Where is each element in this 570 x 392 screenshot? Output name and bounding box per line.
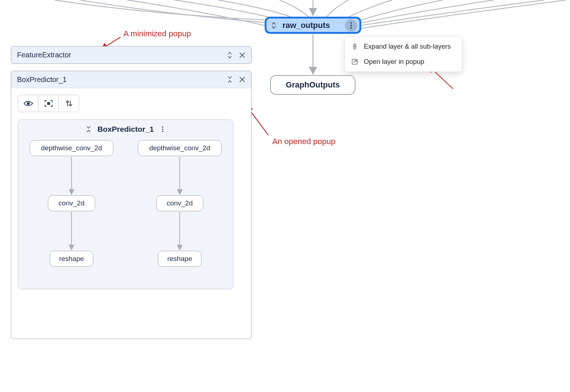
op-column: depthwise_conv_2d conv_2d reshape <box>134 140 225 282</box>
open-popup-icon <box>351 58 359 66</box>
svg-point-8 <box>162 131 163 132</box>
svg-point-4 <box>27 102 29 105</box>
op-label: depthwise_conv_2d <box>41 144 102 152</box>
menu-item-expand-all[interactable]: Expand layer & all sub-layers <box>345 39 462 54</box>
op-node[interactable]: depthwise_conv_2d <box>30 140 113 156</box>
popup-opened: BoxPredictor_1 <box>11 71 252 339</box>
menu-item-open-popup[interactable]: Open layer in popup <box>345 54 462 69</box>
close-icon[interactable] <box>237 50 247 60</box>
op-node[interactable]: conv_2d <box>48 195 95 211</box>
popup-body: BoxPredictor_1 depthwise_conv_2d conv_2d… <box>11 88 251 339</box>
svg-point-0 <box>350 22 352 23</box>
svg-point-7 <box>162 128 163 130</box>
popup-toolbar <box>18 95 79 112</box>
node-graph-outputs[interactable]: GraphOutputs <box>270 75 355 95</box>
svg-point-2 <box>350 27 352 28</box>
node-raw-outputs[interactable]: raw_outputs <box>265 17 361 34</box>
more-icon[interactable] <box>159 126 166 132</box>
popup-title: BoxPredictor_1 <box>17 75 222 84</box>
svg-rect-5 <box>47 102 50 105</box>
node-label: raw_outputs <box>282 21 345 30</box>
op-node[interactable]: reshape <box>158 251 201 267</box>
op-node[interactable]: depthwise_conv_2d <box>138 140 221 156</box>
collapse-icon[interactable] <box>85 126 92 132</box>
node-label: GraphOutputs <box>286 80 340 90</box>
annotation-minimized-popup: A minimized popup <box>123 29 191 38</box>
svg-point-6 <box>162 126 163 128</box>
op-label: reshape <box>167 255 192 263</box>
op-node[interactable]: conv_2d <box>156 195 203 211</box>
popup-header[interactable]: BoxPredictor_1 <box>11 71 251 88</box>
op-label: conv_2d <box>167 199 193 207</box>
inner-layer-panel[interactable]: BoxPredictor_1 depthwise_conv_2d conv_2d… <box>18 119 233 289</box>
op-label: depthwise_conv_2d <box>149 144 210 152</box>
menu-item-label: Open layer in popup <box>364 58 424 66</box>
annotation-opened-popup: An opened popup <box>272 137 335 146</box>
inner-layer-header: BoxPredictor_1 <box>25 125 227 134</box>
svg-point-1 <box>350 24 352 26</box>
op-label: conv_2d <box>58 199 85 207</box>
expand-collapse-icon[interactable] <box>270 21 277 30</box>
node-context-menu: Expand layer & all sub-layers Open layer… <box>345 36 462 72</box>
op-column: depthwise_conv_2d conv_2d reshape <box>26 140 117 282</box>
op-label: reshape <box>59 255 84 263</box>
collapse-icon[interactable] <box>225 75 235 84</box>
menu-item-label: Expand layer & all sub-layers <box>364 42 451 50</box>
popup-title: FeatureExtractor <box>17 51 222 59</box>
expand-all-icon <box>351 42 359 50</box>
popup-minimized[interactable]: FeatureExtractor <box>11 46 252 64</box>
expand-icon[interactable] <box>225 50 235 60</box>
op-node[interactable]: reshape <box>50 251 93 267</box>
sort-button[interactable] <box>58 95 79 112</box>
close-icon[interactable] <box>237 75 247 84</box>
fit-to-screen-button[interactable] <box>38 95 58 112</box>
inner-layer-title: BoxPredictor_1 <box>97 125 154 134</box>
node-menu-button[interactable] <box>345 19 357 32</box>
visibility-button[interactable] <box>18 95 38 112</box>
